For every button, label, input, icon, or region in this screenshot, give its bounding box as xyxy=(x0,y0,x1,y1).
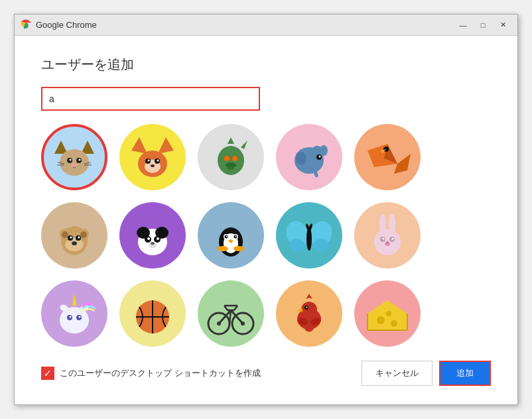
avatar-item-basketball[interactable] xyxy=(119,280,186,347)
avatar-grid xyxy=(41,124,491,350)
checkbox-label: このユーザーのデスクトップ ショートカットを作成 xyxy=(60,367,261,379)
svg-point-57 xyxy=(147,237,150,240)
window-title: Google Chrome xyxy=(36,20,454,30)
svg-point-58 xyxy=(157,237,159,240)
svg-point-32 xyxy=(319,156,321,158)
maximize-button[interactable]: □ xyxy=(474,19,492,32)
svg-point-33 xyxy=(296,152,306,165)
desktop-shortcut-checkbox[interactable]: ✓ xyxy=(41,367,54,380)
svg-point-54 xyxy=(159,230,165,237)
avatar-item-monkey[interactable] xyxy=(41,202,107,269)
avatar-item-elephant[interactable] xyxy=(276,124,342,190)
user-name-input[interactable] xyxy=(41,87,260,111)
svg-point-19 xyxy=(148,160,150,162)
svg-point-49 xyxy=(72,241,77,245)
svg-point-122 xyxy=(386,311,391,316)
avatar-item-cheese[interactable] xyxy=(354,280,421,347)
svg-point-22 xyxy=(218,146,244,175)
checkmark-icon: ✓ xyxy=(44,369,52,378)
close-button[interactable]: ✕ xyxy=(494,19,512,32)
svg-point-6 xyxy=(70,159,72,161)
svg-point-71 xyxy=(233,246,244,251)
svg-point-85 xyxy=(392,238,394,240)
avatar-item-unicorn[interactable] xyxy=(41,280,107,347)
avatar-item-butterfly[interactable] xyxy=(276,202,342,269)
avatar-item-fox[interactable] xyxy=(119,124,186,190)
svg-marker-89 xyxy=(72,294,76,306)
svg-point-21 xyxy=(151,164,155,167)
svg-point-27 xyxy=(226,162,236,168)
cancel-button[interactable]: キャンセル xyxy=(362,361,432,386)
svg-point-53 xyxy=(140,230,147,237)
svg-point-60 xyxy=(151,242,155,245)
avatar-item-penguin[interactable] xyxy=(198,202,264,269)
dialog-content: ユーザーを追加 xyxy=(15,36,517,404)
svg-point-94 xyxy=(70,316,72,318)
svg-marker-14 xyxy=(158,137,174,154)
window-controls: — □ ✕ xyxy=(454,19,512,32)
svg-point-25 xyxy=(224,156,230,161)
svg-point-7 xyxy=(79,159,81,161)
svg-point-3 xyxy=(60,149,89,176)
titlebar: Google Chrome — □ ✕ xyxy=(15,15,517,36)
avatar-item-cat[interactable] xyxy=(41,124,107,190)
button-area: キャンセル 追加 xyxy=(362,361,491,386)
chrome-logo-icon xyxy=(20,19,32,31)
svg-point-111 xyxy=(301,302,317,318)
svg-point-84 xyxy=(383,238,385,240)
svg-point-114 xyxy=(306,307,308,308)
svg-point-47 xyxy=(70,237,72,239)
svg-point-87 xyxy=(386,241,389,244)
avatar-grid-container xyxy=(41,124,491,350)
add-button[interactable]: 追加 xyxy=(439,361,491,386)
svg-point-70 xyxy=(218,246,228,251)
svg-marker-112 xyxy=(297,308,302,312)
main-window: Google Chrome — □ ✕ ユーザーを追加 xyxy=(14,14,518,405)
checkbox-area: ✓ このユーザーのデスクトップ ショートカットを作成 xyxy=(41,367,362,380)
svg-point-67 xyxy=(226,236,228,237)
svg-point-68 xyxy=(235,236,237,237)
svg-point-30 xyxy=(320,145,328,156)
svg-point-95 xyxy=(79,316,81,318)
svg-marker-115 xyxy=(306,294,312,299)
svg-point-48 xyxy=(78,237,80,239)
svg-marker-13 xyxy=(131,137,147,154)
avatar-item-panda[interactable] xyxy=(119,202,186,269)
svg-point-120 xyxy=(377,316,385,324)
avatar-item-redbird[interactable] xyxy=(276,280,342,347)
svg-marker-23 xyxy=(228,137,234,144)
avatar-item-bird[interactable] xyxy=(354,124,421,190)
svg-point-42 xyxy=(62,231,68,238)
svg-point-20 xyxy=(157,160,159,162)
avatar-item-rabbit[interactable] xyxy=(354,202,421,269)
svg-point-43 xyxy=(80,231,87,238)
avatar-item-bicycle[interactable] xyxy=(198,280,264,347)
svg-point-8 xyxy=(72,163,77,167)
avatar-item-dragon[interactable] xyxy=(198,124,264,190)
footer: ✓ このユーザーのデスクトップ ショートカットを作成 キャンセル 追加 xyxy=(41,350,491,391)
svg-marker-24 xyxy=(241,141,247,149)
minimize-button[interactable]: — xyxy=(454,19,472,32)
svg-point-121 xyxy=(391,320,397,327)
svg-point-26 xyxy=(232,156,237,161)
page-title: ユーザーを追加 xyxy=(41,56,491,74)
